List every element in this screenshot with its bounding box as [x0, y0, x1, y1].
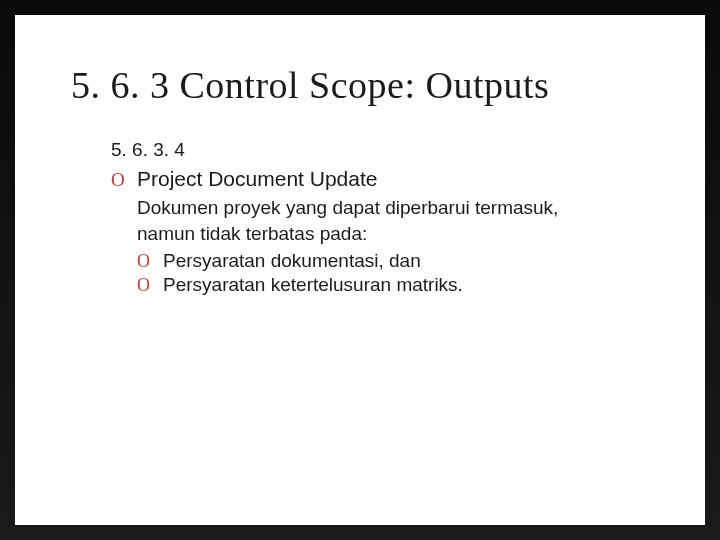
slide-title: 5. 6. 3 Control Scope: Outputs — [71, 63, 649, 107]
bullet-marker-icon: O — [137, 275, 163, 296]
sub-bullet-text: Persyaratan ketertelusuran matriks. — [163, 274, 463, 296]
bullet-marker-icon: O — [111, 169, 137, 191]
main-bullet-text: Project Document Update — [137, 167, 377, 191]
bullet-marker-icon: O — [137, 251, 163, 272]
body-paragraph: Dokumen proyek yang dapat diperbarui ter… — [137, 195, 609, 246]
main-bullet-row: O Project Document Update — [111, 167, 649, 191]
sub-bullet-text: Persyaratan dokumentasi, dan — [163, 250, 421, 272]
sub-bullet-row: O Persyaratan dokumentasi, dan — [137, 250, 649, 272]
section-number: 5. 6. 3. 4 — [111, 139, 649, 161]
slide: 5. 6. 3 Control Scope: Outputs 5. 6. 3. … — [15, 15, 705, 525]
sub-bullet-row: O Persyaratan ketertelusuran matriks. — [137, 274, 649, 296]
